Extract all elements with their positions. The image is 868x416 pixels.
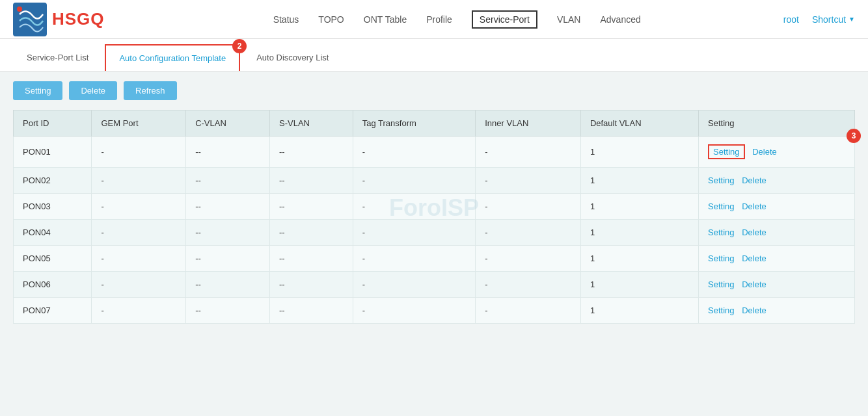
row-delete-link[interactable]: Delete: [742, 280, 766, 289]
cell-c-vlan: --: [186, 220, 270, 246]
cell-port-id: PON03: [14, 194, 92, 220]
cell-gem-port: -: [92, 168, 186, 194]
header: HSGQ Status TOPO ONT Table Profile Servi…: [0, 0, 868, 39]
cell-gem-port: -: [92, 136, 186, 168]
row-delete-link[interactable]: Delete: [742, 202, 766, 211]
brand-name: HSGQ: [52, 9, 105, 29]
cell-port-id: PON02: [14, 168, 92, 194]
col-setting: Setting: [699, 110, 855, 136]
setting-button[interactable]: Setting: [13, 81, 62, 100]
cell-c-vlan: --: [186, 246, 270, 272]
nav-ont-table[interactable]: ONT Table: [364, 12, 407, 27]
svg-point-1: [17, 6, 22, 12]
row-delete-link[interactable]: Delete: [752, 147, 777, 157]
cell-c-vlan: --: [186, 298, 270, 324]
row-setting-link[interactable]: Setting: [708, 144, 744, 159]
cell-gem-port: -: [92, 194, 186, 220]
table-row: PON07 - -- -- - - 1 Setting Delete: [14, 298, 855, 324]
col-default-vlan: Default VLAN: [580, 110, 698, 136]
cell-actions: Setting Delete: [699, 272, 855, 298]
table-row: PON04 - -- -- - - 1 Setting Delete: [14, 220, 855, 246]
cell-gem-port: -: [92, 220, 186, 246]
table-row: PON03 - -- -- - - 1 Setting Delete: [14, 194, 855, 220]
cell-tag-transform: -: [353, 272, 475, 298]
nav-user[interactable]: root: [783, 12, 799, 27]
cell-inner-vlan: -: [476, 220, 581, 246]
table-body: PON01 - -- -- - - 1 Setting Delete 3 PON…: [14, 136, 855, 324]
row-setting-link[interactable]: Setting: [708, 254, 734, 263]
cell-actions: Setting Delete: [699, 168, 855, 194]
tabs-bar: Service-Port List Auto Configuration Tem…: [0, 39, 868, 72]
cell-actions: Setting Delete: [699, 220, 855, 246]
cell-tag-transform: -: [353, 298, 475, 324]
nav-vlan[interactable]: VLAN: [557, 12, 581, 27]
cell-gem-port: -: [92, 246, 186, 272]
cell-tag-transform: -: [353, 194, 475, 220]
badge-3: 3: [847, 129, 861, 143]
cell-gem-port: -: [92, 298, 186, 324]
row-delete-link[interactable]: Delete: [742, 228, 766, 237]
cell-inner-vlan: -: [476, 246, 581, 272]
nav-service-port[interactable]: Service-Port: [472, 10, 537, 29]
nav-advanced[interactable]: Advanced: [600, 12, 640, 27]
cell-s-vlan: --: [270, 220, 353, 246]
col-port-id: Port ID: [14, 110, 92, 136]
tab-service-port-list[interactable]: Service-Port List: [13, 44, 102, 71]
table-row: PON05 - -- -- - - 1 Setting Delete: [14, 246, 855, 272]
nav-profile[interactable]: Profile: [426, 12, 452, 27]
cell-port-id: PON05: [14, 246, 92, 272]
refresh-button[interactable]: Refresh: [124, 81, 177, 100]
row-setting-link[interactable]: Setting: [708, 202, 734, 211]
row-setting-link[interactable]: Setting: [708, 228, 734, 237]
cell-actions: Setting Delete 3: [699, 136, 855, 168]
cell-tag-transform: -: [353, 246, 475, 272]
cell-s-vlan: --: [270, 136, 353, 168]
row-delete-link[interactable]: Delete: [742, 306, 766, 315]
main-table: Port ID GEM Port C-VLAN S-VLAN Tag Trans…: [13, 110, 855, 324]
cell-s-vlan: --: [270, 272, 353, 298]
tab-auto-config-template[interactable]: Auto Configuration Template 2: [105, 44, 240, 71]
cell-s-vlan: --: [270, 168, 353, 194]
table-row: PON06 - -- -- - - 1 Setting Delete: [14, 272, 855, 298]
col-gem-port: GEM Port: [92, 110, 186, 136]
row-setting-link[interactable]: Setting: [708, 280, 734, 289]
col-inner-vlan: Inner VLAN: [476, 110, 581, 136]
col-tag-transform: Tag Transform: [353, 110, 475, 136]
cell-actions: Setting Delete: [699, 194, 855, 220]
cell-default-vlan: 1: [580, 298, 698, 324]
nav-right: root Shortcut ▼: [783, 12, 855, 27]
cell-tag-transform: -: [353, 220, 475, 246]
row-setting-link[interactable]: Setting: [708, 176, 734, 185]
cell-default-vlan: 1: [580, 220, 698, 246]
delete-button[interactable]: Delete: [69, 81, 117, 100]
cell-actions: Setting Delete: [699, 298, 855, 324]
col-c-vlan: C-VLAN: [186, 110, 270, 136]
nav-status[interactable]: Status: [273, 12, 299, 27]
main-nav: Status TOPO ONT Table Profile Service-Po…: [131, 10, 783, 29]
row-setting-link[interactable]: Setting: [708, 306, 734, 315]
cell-inner-vlan: -: [476, 194, 581, 220]
cell-inner-vlan: -: [476, 136, 581, 168]
cell-gem-port: -: [92, 272, 186, 298]
cell-c-vlan: --: [186, 168, 270, 194]
cell-tag-transform: -: [353, 136, 475, 168]
tab-auto-discovery-list[interactable]: Auto Discovery List: [243, 44, 342, 71]
cell-default-vlan: 1: [580, 272, 698, 298]
row-delete-link[interactable]: Delete: [742, 254, 766, 263]
nav-topo[interactable]: TOPO: [318, 12, 344, 27]
nav-shortcut[interactable]: Shortcut ▼: [812, 14, 855, 25]
cell-default-vlan: 1: [580, 194, 698, 220]
table-header-row: Port ID GEM Port C-VLAN S-VLAN Tag Trans…: [14, 110, 855, 136]
toolbar: Setting Delete Refresh: [0, 72, 868, 110]
table-row: PON02 - -- -- - - 1 Setting Delete: [14, 168, 855, 194]
row-delete-link[interactable]: Delete: [742, 176, 766, 185]
chevron-down-icon: ▼: [848, 16, 855, 23]
table-container: Port ID GEM Port C-VLAN S-VLAN Tag Trans…: [0, 110, 868, 337]
cell-default-vlan: 1: [580, 246, 698, 272]
cell-c-vlan: --: [186, 136, 270, 168]
logo-icon: [13, 3, 47, 36]
cell-inner-vlan: -: [476, 272, 581, 298]
logo-area: HSGQ: [13, 3, 105, 36]
cell-port-id: PON07: [14, 298, 92, 324]
cell-c-vlan: --: [186, 194, 270, 220]
